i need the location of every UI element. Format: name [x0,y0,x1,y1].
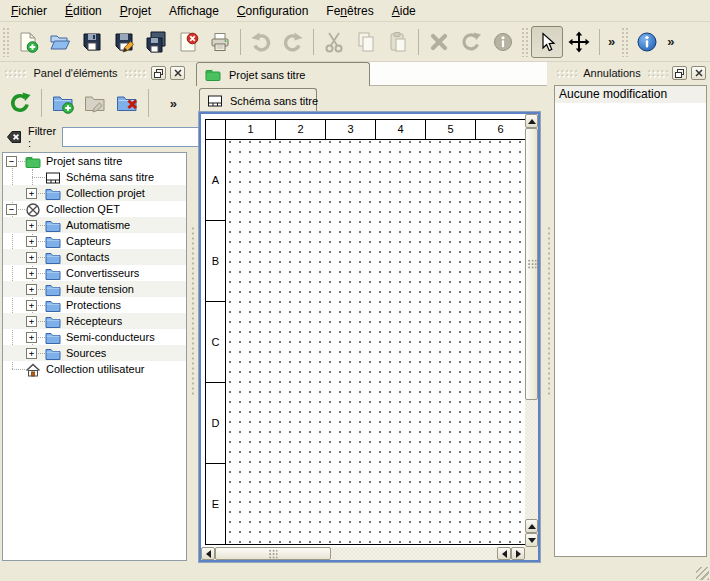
tree-item-label: Protections [66,297,121,313]
menu-bar: FichierÉditionProjetAffichageConfigurati… [0,0,710,22]
menu-item-fichier[interactable]: Fichier [2,1,56,21]
refresh-icon [9,92,31,114]
expand-toggle[interactable]: + [26,188,37,199]
tree-item-sources[interactable]: +Sources [3,345,186,361]
float-panel-button[interactable] [151,66,166,80]
folder-icon [45,346,61,362]
move-mode-button[interactable] [563,26,595,58]
diagram-view[interactable]: 123456 ABCDE [199,112,540,562]
thumb-grip [527,259,536,269]
tab-projet-sans-titre[interactable]: Projet sans titre [196,62,370,86]
dock-handle-texture[interactable] [556,69,577,78]
toolbar-overflow-2-chevron-icon[interactable]: » [663,34,678,49]
save-button[interactable] [76,26,108,58]
expand-toggle[interactable]: + [26,348,37,359]
window-resize-grip[interactable] [696,567,709,580]
horizontal-scroll-thumb[interactable] [215,547,331,560]
tree-item-recepteurs[interactable]: +Récepteurs [3,313,186,329]
elements-panel-title: Panel d'éléments [31,67,119,79]
horizontal-scroll-trough[interactable] [331,547,497,560]
tree-guide-stub [32,177,45,178]
menu-item-fenetres[interactable]: Fenêtres [317,1,382,21]
scroll-down-button[interactable] [525,533,538,547]
undo-button [245,26,277,58]
project-tabbar: Projet sans titre [196,62,547,86]
save-all-icon [145,31,167,53]
scroll-up-button[interactable] [525,114,538,128]
menu-item-aide[interactable]: Aide [383,1,425,21]
new-category-button[interactable] [47,87,79,119]
tree-item-semi-conducteurs[interactable]: +Semi-conducteurs [3,329,186,345]
elements-panel-titlebar[interactable]: Panel d'éléments [1,64,188,82]
scroll-left-button[interactable] [201,547,215,560]
tree-item-collection-qet[interactable]: −Collection QET [3,201,186,217]
reload-collections-button[interactable] [4,87,36,119]
collapse-toggle[interactable]: − [6,204,17,215]
collapse-toggle[interactable]: − [6,156,17,167]
expand-toggle[interactable]: + [26,220,37,231]
save-as-button[interactable] [108,26,140,58]
vertical-scroll-trough[interactable] [525,400,538,519]
clear-filter-icon[interactable] [6,129,22,145]
save-all-button[interactable] [140,26,172,58]
expand-toggle[interactable]: + [26,316,37,327]
expand-toggle[interactable]: + [26,284,37,295]
menu-item-affichage[interactable]: Affichage [160,1,228,21]
menu-item-projet[interactable]: Projet [111,1,160,21]
tree-item-collection-utilisateur[interactable]: Collection utilisateur [3,361,186,377]
float-panel-button[interactable] [672,66,687,80]
vertical-scroll-thumb[interactable] [525,128,538,400]
tree-item-collection-projet[interactable]: +Collection projet [3,185,186,201]
expand-toggle[interactable]: + [26,300,37,311]
folder-icon [45,186,61,202]
dock-handle-texture[interactable] [647,69,668,78]
toolbar-handle[interactable] [2,27,10,57]
expand-toggle[interactable]: + [26,332,37,343]
tree-item-contacts[interactable]: +Contacts [3,249,186,265]
schema-icon [45,170,61,186]
tree-item-automatisme[interactable]: +Automatisme [3,217,186,233]
tab-schema-sans-titre[interactable]: Schéma sans titre [199,88,317,112]
scroll-up-button-alt[interactable] [525,519,538,533]
scroll-left-button-alt[interactable] [497,547,511,560]
tree-item-convertisseurs[interactable]: +Convertisseurs [3,265,186,281]
about-button[interactable] [631,26,663,58]
tree-item-protections[interactable]: +Protections [3,297,186,313]
vertical-scrollbar[interactable] [525,114,538,547]
cut-icon [323,31,345,53]
close-file-button[interactable] [172,26,204,58]
menu-item-edition[interactable]: Édition [56,1,111,21]
expand-toggle[interactable]: + [26,236,37,247]
undo-panel-titlebar[interactable]: Annulations [553,64,709,82]
triangle-up-icon [528,524,536,529]
close-panel-button[interactable] [691,66,706,80]
home-icon [25,362,41,378]
float-icon [675,69,684,78]
tree-item-schema-sans-titre[interactable]: Schéma sans titre [3,169,186,185]
tree-item-capteurs[interactable]: +Capteurs [3,233,186,249]
close-panel-button[interactable] [170,66,185,80]
horizontal-scrollbar[interactable] [201,547,525,560]
scroll-right-button[interactable] [511,547,525,560]
select-mode-button[interactable] [531,26,563,58]
left-splitter[interactable] [189,62,196,560]
dock-handle-texture[interactable] [124,69,147,78]
open-document-button[interactable] [44,26,76,58]
expand-toggle[interactable]: + [26,252,37,263]
toolbar-handle[interactable] [621,27,629,57]
menu-item-configuration[interactable]: Configuration [228,1,317,21]
toolbar-overflow-1-chevron-icon[interactable]: » [604,34,619,49]
print-button[interactable] [204,26,236,58]
undo-panel-title: Annulations [581,67,643,79]
tree-item-projet-sans-titre[interactable]: −Projet sans titre [3,153,186,169]
toolbar-handle[interactable] [521,27,529,57]
new-document-button[interactable] [12,26,44,58]
delete-category-button[interactable] [111,87,143,119]
panel-overflow-chevron-icon[interactable]: » [166,96,185,111]
expand-toggle[interactable]: + [26,268,37,279]
undo-history-item[interactable]: Aucune modification [555,86,706,103]
filter-clear-icon [6,129,22,145]
tree-item-haute-tension[interactable]: +Haute tension [3,281,186,297]
diagram-canvas[interactable]: 123456 ABCDE [201,114,525,547]
dock-handle-texture[interactable] [4,69,27,78]
